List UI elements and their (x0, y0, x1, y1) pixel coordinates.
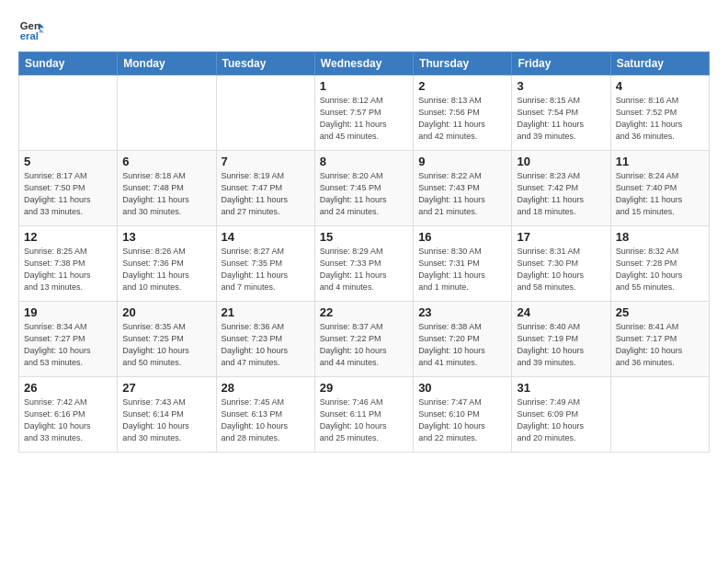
logo-icon: Gen eral (18, 17, 44, 42)
calendar-cell: 27Sunrise: 7:43 AMSunset: 6:14 PMDayligh… (118, 377, 216, 453)
calendar-cell: 12Sunrise: 8:25 AMSunset: 7:38 PMDayligh… (19, 226, 118, 302)
day-info: Sunrise: 8:22 AMSunset: 7:43 PMDaylight:… (418, 170, 506, 218)
day-number: 25 (616, 305, 704, 319)
calendar-cell: 10Sunrise: 8:23 AMSunset: 7:42 PMDayligh… (512, 151, 610, 226)
day-info: Sunrise: 7:45 AMSunset: 6:13 PMDaylight:… (222, 396, 310, 444)
day-number: 31 (517, 381, 605, 395)
calendar-cell: 1Sunrise: 8:12 AMSunset: 7:57 PMDaylight… (314, 75, 413, 151)
calendar-week-4: 19Sunrise: 8:34 AMSunset: 7:27 PMDayligh… (19, 302, 710, 377)
day-number: 20 (122, 305, 210, 319)
calendar-cell: 13Sunrise: 8:26 AMSunset: 7:36 PMDayligh… (118, 226, 216, 302)
calendar-cell: 11Sunrise: 8:24 AMSunset: 7:40 PMDayligh… (610, 151, 709, 226)
weekday-header-thursday: Thursday (414, 52, 512, 75)
day-info: Sunrise: 8:26 AMSunset: 7:36 PMDaylight:… (122, 246, 210, 293)
calendar-cell: 15Sunrise: 8:29 AMSunset: 7:33 PMDayligh… (314, 226, 413, 302)
day-info: Sunrise: 8:41 AMSunset: 7:17 PMDaylight:… (616, 321, 704, 369)
day-info: Sunrise: 8:34 AMSunset: 7:27 PMDaylight:… (24, 321, 112, 369)
day-info: Sunrise: 7:49 AMSunset: 6:09 PMDaylight:… (517, 396, 605, 444)
calendar-cell: 8Sunrise: 8:20 AMSunset: 7:45 PMDaylight… (314, 151, 413, 226)
svg-marker-2 (40, 23, 44, 28)
calendar-cell: 26Sunrise: 7:42 AMSunset: 6:16 PMDayligh… (19, 377, 118, 453)
calendar-week-3: 12Sunrise: 8:25 AMSunset: 7:38 PMDayligh… (19, 226, 710, 302)
day-info: Sunrise: 7:47 AMSunset: 6:10 PMDaylight:… (418, 396, 506, 444)
day-number: 21 (222, 305, 310, 319)
day-number: 4 (616, 79, 704, 93)
day-info: Sunrise: 8:31 AMSunset: 7:30 PMDaylight:… (517, 246, 605, 293)
day-number: 19 (24, 305, 112, 319)
day-info: Sunrise: 8:18 AMSunset: 7:48 PMDaylight:… (122, 170, 210, 218)
calendar-week-5: 26Sunrise: 7:42 AMSunset: 6:16 PMDayligh… (19, 377, 710, 453)
svg-text:eral: eral (20, 30, 39, 41)
header: Gen eral (18, 17, 710, 42)
day-number: 26 (24, 381, 112, 395)
day-number: 12 (24, 230, 112, 244)
day-info: Sunrise: 8:24 AMSunset: 7:40 PMDaylight:… (616, 170, 704, 218)
calendar-cell: 14Sunrise: 8:27 AMSunset: 7:35 PMDayligh… (216, 226, 314, 302)
page: Gen eral SundayMondayTuesdayWednesdayThu… (0, 0, 728, 563)
day-info: Sunrise: 8:25 AMSunset: 7:38 PMDaylight:… (24, 246, 112, 293)
day-info: Sunrise: 8:15 AMSunset: 7:54 PMDaylight:… (517, 95, 605, 143)
calendar-cell: 9Sunrise: 8:22 AMSunset: 7:43 PMDaylight… (414, 151, 512, 226)
day-info: Sunrise: 8:16 AMSunset: 7:52 PMDaylight:… (616, 95, 704, 143)
day-number: 13 (122, 230, 210, 244)
day-info: Sunrise: 8:35 AMSunset: 7:25 PMDaylight:… (122, 321, 210, 369)
calendar-cell: 16Sunrise: 8:30 AMSunset: 7:31 PMDayligh… (414, 226, 512, 302)
calendar-cell: 24Sunrise: 8:40 AMSunset: 7:19 PMDayligh… (512, 302, 610, 377)
day-info: Sunrise: 8:36 AMSunset: 7:23 PMDaylight:… (222, 321, 310, 369)
calendar-cell: 21Sunrise: 8:36 AMSunset: 7:23 PMDayligh… (216, 302, 314, 377)
calendar-cell: 2Sunrise: 8:13 AMSunset: 7:56 PMDaylight… (414, 75, 512, 151)
calendar-cell: 5Sunrise: 8:17 AMSunset: 7:50 PMDaylight… (19, 151, 118, 226)
day-number: 17 (517, 230, 605, 244)
day-info: Sunrise: 8:13 AMSunset: 7:56 PMDaylight:… (418, 95, 506, 143)
day-info: Sunrise: 8:20 AMSunset: 7:45 PMDaylight:… (320, 170, 408, 218)
day-info: Sunrise: 8:19 AMSunset: 7:47 PMDaylight:… (222, 170, 310, 218)
weekday-header-tuesday: Tuesday (216, 52, 314, 75)
calendar-table: SundayMondayTuesdayWednesdayThursdayFrid… (18, 52, 710, 453)
calendar-cell: 22Sunrise: 8:37 AMSunset: 7:22 PMDayligh… (314, 302, 413, 377)
calendar-cell: 30Sunrise: 7:47 AMSunset: 6:10 PMDayligh… (414, 377, 512, 453)
day-number: 11 (616, 155, 704, 168)
day-number: 30 (418, 381, 506, 395)
day-info: Sunrise: 8:40 AMSunset: 7:19 PMDaylight:… (517, 321, 605, 369)
calendar-cell: 17Sunrise: 8:31 AMSunset: 7:30 PMDayligh… (512, 226, 610, 302)
calendar-cell: 3Sunrise: 8:15 AMSunset: 7:54 PMDaylight… (512, 75, 610, 151)
weekday-header-saturday: Saturday (610, 52, 709, 75)
day-number: 15 (320, 230, 408, 244)
calendar-cell (610, 377, 709, 453)
day-number: 10 (517, 155, 605, 168)
day-number: 7 (222, 155, 310, 168)
day-number: 27 (122, 381, 210, 395)
day-info: Sunrise: 7:43 AMSunset: 6:14 PMDaylight:… (122, 396, 210, 444)
day-info: Sunrise: 8:29 AMSunset: 7:33 PMDaylight:… (320, 246, 408, 293)
day-info: Sunrise: 7:46 AMSunset: 6:11 PMDaylight:… (320, 396, 408, 444)
day-number: 9 (418, 155, 506, 168)
day-number: 14 (222, 230, 310, 244)
day-number: 6 (122, 155, 210, 168)
weekday-header-friday: Friday (512, 52, 610, 75)
calendar-cell: 23Sunrise: 8:38 AMSunset: 7:20 PMDayligh… (414, 302, 512, 377)
calendar-cell: 28Sunrise: 7:45 AMSunset: 6:13 PMDayligh… (216, 377, 314, 453)
day-info: Sunrise: 8:17 AMSunset: 7:50 PMDaylight:… (24, 170, 112, 218)
day-number: 24 (517, 305, 605, 319)
weekday-header-monday: Monday (118, 52, 216, 75)
day-info: Sunrise: 8:27 AMSunset: 7:35 PMDaylight:… (222, 246, 310, 293)
calendar-cell (19, 75, 118, 151)
day-info: Sunrise: 8:30 AMSunset: 7:31 PMDaylight:… (418, 246, 506, 293)
calendar-cell: 7Sunrise: 8:19 AMSunset: 7:47 PMDaylight… (216, 151, 314, 226)
calendar-week-1: 1Sunrise: 8:12 AMSunset: 7:57 PMDaylight… (19, 75, 710, 151)
day-info: Sunrise: 8:32 AMSunset: 7:28 PMDaylight:… (616, 246, 704, 293)
calendar-cell: 18Sunrise: 8:32 AMSunset: 7:28 PMDayligh… (610, 226, 709, 302)
calendar-cell: 29Sunrise: 7:46 AMSunset: 6:11 PMDayligh… (314, 377, 413, 453)
weekday-header-wednesday: Wednesday (314, 52, 413, 75)
day-number: 28 (222, 381, 310, 395)
day-number: 29 (320, 381, 408, 395)
logo: Gen eral (18, 17, 48, 42)
calendar-cell: 20Sunrise: 8:35 AMSunset: 7:25 PMDayligh… (118, 302, 216, 377)
day-number: 8 (320, 155, 408, 168)
svg-marker-3 (40, 28, 44, 32)
calendar-cell (118, 75, 216, 151)
day-number: 1 (320, 79, 408, 93)
day-info: Sunrise: 8:37 AMSunset: 7:22 PMDaylight:… (320, 321, 408, 369)
day-info: Sunrise: 8:38 AMSunset: 7:20 PMDaylight:… (418, 321, 506, 369)
day-number: 2 (418, 79, 506, 93)
